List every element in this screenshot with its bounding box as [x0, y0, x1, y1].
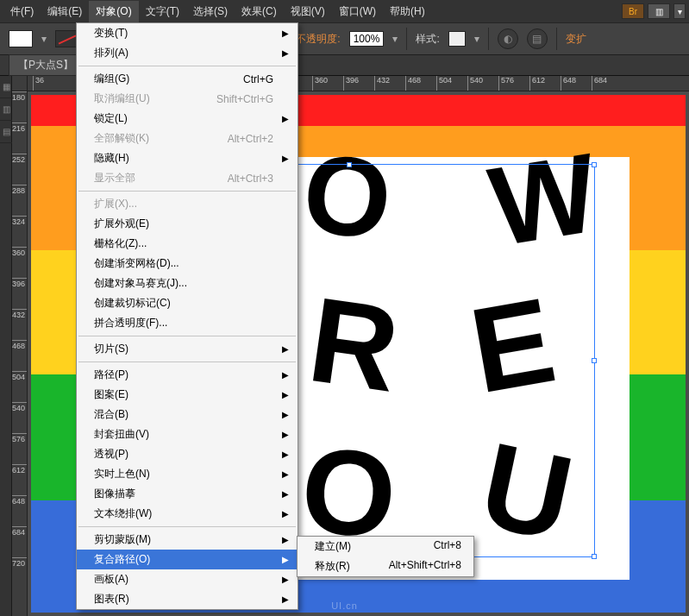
chevron-down-icon[interactable]: ▾ [673, 3, 686, 19]
menu-item: 全部解锁(K)Alt+Ctrl+2 [77, 129, 298, 148]
menu-item-label: 文本绕排(W) [94, 506, 152, 521]
submenu-arrow-icon: ▶ [282, 114, 289, 123]
menu-item-label: 创建对象马赛克(J)... [94, 276, 187, 291]
menu-item-label: 排列(A) [94, 46, 128, 60]
menu-item: 显示全部Alt+Ctrl+3 [77, 168, 298, 188]
submenu-arrow-icon: ▶ [282, 575, 289, 584]
menu-help[interactable]: 帮助(H) [383, 1, 432, 22]
menu-item[interactable]: 编组(G)Ctrl+G [77, 69, 298, 89]
menu-item-label: 画板(A) [94, 572, 128, 587]
menu-item[interactable]: 创建对象马赛克(J)... [77, 273, 298, 293]
menu-item[interactable]: 隐藏(H)▶ [77, 148, 298, 168]
submenu-arrow-icon: ▶ [282, 489, 289, 499]
menu-select[interactable]: 选择(S) [186, 1, 235, 22]
opacity-field[interactable]: 100% [349, 31, 385, 47]
submenu-release[interactable]: 释放(R)Alt+Shift+Ctrl+8 [298, 556, 473, 576]
menu-edit[interactable]: 编辑(E) [41, 1, 89, 22]
menu-item[interactable]: 图像描摹▶ [77, 484, 298, 504]
menu-item: 扩展(X)... [77, 194, 298, 214]
menu-effect[interactable]: 效果(C) [235, 1, 284, 22]
menu-item[interactable]: 扩展外观(E) [77, 214, 298, 234]
menu-item-label: 锁定(L) [94, 111, 128, 126]
submenu-arrow-icon: ▶ [282, 535, 289, 544]
submenu-arrow-icon: ▶ [282, 449, 289, 459]
menu-item[interactable]: 实时上色(N)▶ [77, 464, 298, 484]
menu-item-shortcut: Ctrl+G [243, 73, 273, 85]
menu-separator [78, 336, 296, 336]
tool-slot[interactable]: ▥ [0, 98, 12, 121]
ruler-origin[interactable] [12, 76, 28, 91]
menu-item[interactable]: 封套扭曲(V)▶ [77, 424, 298, 444]
submenu-make[interactable]: 建立(M)Ctrl+8 [298, 537, 473, 556]
menu-item[interactable]: 透视(P)▶ [77, 444, 298, 464]
menu-item[interactable]: 路径(P)▶ [77, 365, 298, 385]
submenu-arrow-icon: ▶ [282, 430, 289, 439]
menu-item-label: 图表(R) [94, 592, 129, 607]
menu-item[interactable]: 切片(S)▶ [77, 339, 298, 359]
menu-item[interactable]: 画板(A)▶ [77, 569, 298, 589]
menu-item-shortcut: Alt+Ctrl+2 [228, 133, 273, 145]
menu-item[interactable]: 混合(B)▶ [77, 405, 298, 424]
bridge-icon[interactable]: Br [622, 3, 644, 19]
vertical-ruler[interactable]: 180 216 252 288 324 360 396 432 468 504 … [12, 91, 28, 616]
menu-item-label: 混合(B) [94, 407, 128, 422]
tool-slot[interactable]: ▤ [0, 121, 12, 143]
menu-item[interactable]: 图案(E)▶ [77, 385, 298, 405]
menu-separator [78, 191, 296, 192]
menu-item-label: 拼合透明度(F)... [94, 316, 167, 330]
align-icon[interactable]: ▤ [527, 28, 548, 49]
menu-item[interactable]: 创建裁切标记(C) [77, 293, 298, 313]
menu-item-label: 复合路径(O) [94, 552, 150, 567]
menu-item-label: 全部解锁(K) [94, 131, 149, 146]
menu-item[interactable]: 排列(A)▶ [77, 43, 298, 63]
submenu-arrow-icon: ▶ [282, 469, 289, 479]
style-swatch[interactable] [448, 31, 466, 47]
menu-item-label: 切片(S) [94, 342, 128, 356]
compound-path-submenu: 建立(M)Ctrl+8 释放(R)Alt+Shift+Ctrl+8 [297, 536, 474, 577]
menu-item-label: 编组(G) [94, 72, 129, 86]
menu-item[interactable]: 锁定(L)▶ [77, 109, 298, 129]
document-tab[interactable]: 【P大点S】 [9, 54, 83, 76]
menu-item[interactable]: 文本绕排(W)▶ [77, 504, 298, 524]
submenu-arrow-icon: ▶ [282, 555, 289, 564]
menu-item-shortcut: Shift+Ctrl+G [216, 93, 273, 105]
submenu-arrow-icon: ▶ [282, 410, 289, 419]
menu-item-label: 扩展(X)... [94, 197, 137, 211]
submenu-arrow-icon: ▶ [282, 370, 289, 380]
object-menu: 变换(T)▶排列(A)▶编组(G)Ctrl+G取消编组(U)Shift+Ctrl… [76, 22, 298, 610]
menu-window[interactable]: 窗口(W) [332, 1, 383, 22]
menu-separator [78, 66, 296, 66]
menu-item-label: 取消编组(U) [94, 91, 150, 106]
menu-item[interactable]: 剪切蒙版(M)▶ [77, 530, 298, 550]
menu-item-label: 封套扭曲(V) [94, 427, 149, 442]
menu-item[interactable]: 栅格化(Z)... [77, 234, 298, 254]
menu-item[interactable]: 图表(R)▶ [77, 589, 298, 609]
workspace-switcher-icon[interactable]: ▥ [648, 3, 670, 19]
menu-file[interactable]: 件(F) [3, 1, 41, 22]
menu-separator [78, 526, 296, 527]
menu-item[interactable]: 拼合透明度(F)... [77, 313, 298, 333]
menu-item-label: 隐藏(H) [94, 151, 129, 166]
submenu-arrow-icon: ▶ [282, 344, 289, 354]
menu-item-label: 栅格化(Z)... [94, 236, 147, 251]
menu-item-label: 透视(P) [94, 447, 128, 462]
menu-item[interactable]: 创建渐变网格(D)... [77, 254, 298, 273]
menu-view[interactable]: 视图(V) [284, 1, 332, 22]
recolor-icon[interactable]: ◐ [498, 28, 518, 49]
fill-swatch[interactable] [9, 30, 33, 47]
menu-type[interactable]: 文字(T) [139, 1, 186, 22]
tool-slot[interactable]: ▦ [0, 76, 12, 98]
menu-item-label: 图像描摹 [94, 487, 135, 501]
opacity-label: 不透明度: [296, 32, 340, 47]
menu-item[interactable]: 复合路径(O)▶ [77, 550, 298, 569]
menu-item-shortcut: Alt+Ctrl+3 [228, 173, 273, 185]
transform-link[interactable]: 变扩 [566, 32, 586, 47]
menu-object[interactable]: 对象(O) [89, 1, 138, 22]
submenu-arrow-icon: ▶ [282, 48, 289, 58]
menu-item-label: 实时上色(N) [94, 467, 150, 481]
menu-item-label: 变换(T) [94, 26, 128, 41]
menu-item: 取消编组(U)Shift+Ctrl+G [77, 89, 298, 109]
menu-item-label: 图案(E) [94, 387, 128, 402]
submenu-arrow-icon: ▶ [282, 154, 289, 163]
menu-item[interactable]: 变换(T)▶ [77, 23, 298, 43]
